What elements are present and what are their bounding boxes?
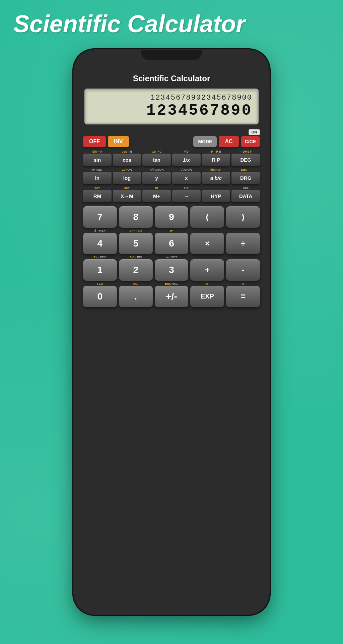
label-empty-2 [190, 229, 224, 232]
label-sigman: σⁿ [155, 229, 189, 232]
y-button[interactable]: y [142, 172, 171, 184]
btn-7[interactable]: 7 [83, 206, 117, 228]
label-empty [202, 186, 230, 190]
label-fact: n! [142, 186, 171, 190]
label-cos: cos⁻¹ B [113, 150, 141, 153]
btn-2[interactable]: 2 [119, 259, 153, 281]
ln-button[interactable]: ln [83, 172, 112, 184]
mplus-button[interactable]: M+ [142, 190, 171, 202]
num-label-row-4: FLO SCI ENG NEG π % [83, 282, 260, 285]
label-drg: DEG→ [231, 168, 260, 171]
data-button[interactable]: DATA [231, 190, 260, 202]
label-tan: tan⁻¹ C [142, 150, 171, 153]
func-btn-row-2: ln log y x a b/c DRG [83, 172, 260, 184]
func-label-row-1: sin⁻¹ A cos⁻¹ B tan⁻¹ C √ D P→R E [83, 150, 260, 153]
numpad-row-2: 4 5 6 × ÷ [83, 233, 260, 254]
btn-4[interactable]: 4 [83, 233, 117, 254]
rp-button[interactable]: R P [202, 154, 230, 166]
ac-button[interactable]: AC [219, 136, 238, 147]
btn-1[interactable]: 1 [83, 259, 117, 281]
func-btn-row-1: sin cos tan 1/x R P DEG [83, 154, 260, 166]
btn-lparen[interactable]: ( [190, 206, 224, 228]
calculator-body: Scientific Calculator 123456789023456789… [74, 50, 269, 614]
label-eng: ENG NEG [155, 282, 189, 285]
func-label-row-3: X≠Y X≠Y n! FIX DEL [83, 186, 260, 190]
display-area: 12345678902345678900 1234567890 [84, 89, 259, 124]
btn-8[interactable]: 8 [119, 206, 153, 228]
label-sqrt: √ D [172, 150, 201, 153]
btn-5[interactable]: 5 [119, 233, 153, 254]
label-dms: →DMS F [231, 150, 260, 153]
display-row1: 12345678902345678900 [91, 94, 252, 102]
label-percent: % [226, 282, 260, 285]
btn-0[interactable]: 0 [83, 286, 117, 307]
page-title: Scientific Calculator [13, 10, 330, 38]
numpad-row-4: 0 . +/- EXP = [83, 286, 260, 307]
btn-multiply[interactable]: × [190, 233, 224, 254]
xm-button[interactable]: X→M [113, 190, 141, 202]
phone-frame: Scientific Calculator 123456789023456789… [74, 50, 269, 614]
btn-6[interactable]: 6 [155, 233, 189, 254]
btn-exp[interactable]: EXP [190, 286, 224, 307]
numpad-row-3: 1 2 3 + - [83, 259, 260, 281]
drg-button[interactable]: DRG [231, 172, 260, 184]
label-sci: SCI [119, 282, 153, 285]
label-xeqy1: X≠Y [83, 186, 112, 190]
label-xbar: x̄ →HEX [83, 229, 117, 232]
sin-button[interactable]: sin [83, 154, 112, 166]
label-empty-3 [226, 229, 260, 232]
tan-button[interactable]: tan [142, 154, 171, 166]
on-label-row: ON [81, 129, 262, 135]
oneover-x-button[interactable]: 1/x [172, 154, 201, 166]
on-label: ON [249, 129, 260, 135]
btn-plus[interactable]: + [190, 259, 224, 281]
label-ex: eˣ AND [83, 168, 112, 171]
btn-3[interactable]: 3 [155, 259, 189, 281]
btn-minus[interactable]: - [226, 259, 260, 281]
numpad-row-1: 7 8 9 ( ) [83, 206, 260, 228]
btn-9[interactable]: 9 [155, 206, 189, 228]
btn-plusminus[interactable]: +/- [155, 286, 189, 307]
label-empty-4 [190, 256, 224, 259]
label-xeqy2: X≠Y [113, 186, 141, 190]
func-btn-row-3: RM X→M M+ → HYP DATA [83, 190, 260, 202]
inv-button[interactable]: INV [108, 136, 129, 147]
calculator-title: Scientific Calculator [81, 74, 262, 83]
label-sigma-n: σ⁻ⁿ→ SD [119, 229, 153, 232]
numpad: 7 8 9 ( ) x̄ →HEX σ⁻ⁿ→ SD σⁿ [81, 206, 262, 309]
label-xnor1: ˣ√x XNOR [142, 168, 171, 171]
label-del: DEL [231, 186, 260, 190]
btn-divide[interactable]: ÷ [226, 233, 260, 254]
label-xnor2: √ XNOR [172, 168, 201, 171]
display-row2: 1234567890 [91, 102, 252, 119]
x-button[interactable]: x [172, 172, 201, 184]
log-button[interactable]: log [113, 172, 141, 184]
label-10x: 10ˣ OR [113, 168, 141, 171]
hyp-button[interactable]: HYP [202, 190, 230, 202]
arrow-button[interactable]: → [172, 190, 201, 202]
label-flo: FLO [83, 282, 117, 285]
label-pi: π [190, 282, 224, 285]
label-sin: sin⁻¹ A [83, 150, 112, 153]
label-fix: FIX [172, 186, 201, 190]
off-button[interactable]: OFF [83, 136, 106, 147]
btn-rparen[interactable]: ) [226, 206, 260, 228]
mode-button[interactable]: MODE [193, 136, 217, 147]
label-sumx2: Σx²→ BIN [119, 256, 153, 259]
btn-dot[interactable]: . [119, 286, 153, 307]
label-empty-5 [226, 256, 260, 259]
label-noct: n→ OCT [155, 256, 189, 259]
label-sumx: Σx→ DEC [83, 256, 117, 259]
label-not: d/c NOT [202, 168, 230, 171]
btn-equals[interactable]: = [226, 286, 260, 307]
rm-button[interactable]: RM [83, 190, 112, 202]
cos-button[interactable]: cos [113, 154, 141, 166]
func-label-row-2: eˣ AND 10ˣ OR ˣ√x XNOR √ XNOR d/c NOT [83, 168, 260, 171]
phone-notch [141, 50, 202, 60]
abc-button[interactable]: a b/c [202, 172, 230, 184]
num-label-row-2: x̄ →HEX σ⁻ⁿ→ SD σⁿ [83, 229, 260, 232]
deg-button[interactable]: DEG [231, 154, 260, 166]
num-label-row-3: Σx→ DEC Σx²→ BIN n→ OCT [83, 256, 260, 259]
function-rows: sin⁻¹ A cos⁻¹ B tan⁻¹ C √ D P→R E [81, 150, 262, 204]
cce-button[interactable]: C/CE [241, 136, 260, 147]
